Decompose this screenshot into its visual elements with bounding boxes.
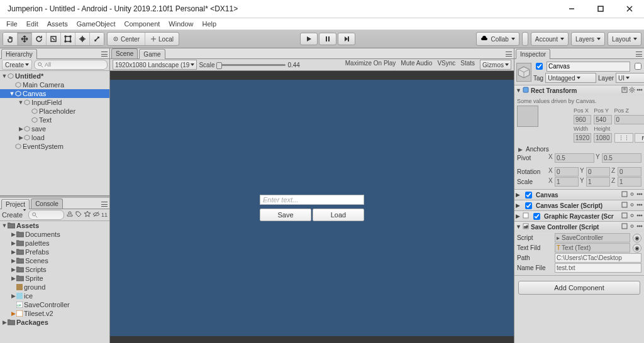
- menu-assets[interactable]: Assets: [43, 19, 72, 28]
- project-folder-palettes[interactable]: ▶palettes: [0, 239, 109, 248]
- raw-edit-button[interactable]: R: [635, 133, 645, 143]
- hidden-package-icon[interactable]: [92, 210, 100, 219]
- hierarchy-item-canvas[interactable]: ▼Canvas: [0, 89, 109, 98]
- project-folder-sprite[interactable]: ▶Sprite: [0, 274, 109, 283]
- project-folder-scripts[interactable]: ▶Scripts: [0, 265, 109, 274]
- hierarchy-create-dropdown[interactable]: Create: [2, 60, 32, 70]
- component-menu-icon[interactable]: [636, 202, 643, 209]
- play-button[interactable]: [300, 33, 318, 45]
- window-close-button[interactable]: [615, 0, 644, 18]
- game-save-button[interactable]: Save: [260, 209, 311, 221]
- script-picker[interactable]: ◉: [633, 234, 641, 242]
- rect-transform-foldout[interactable]: ▼: [516, 87, 521, 94]
- game-options-button[interactable]: [504, 50, 514, 58]
- scaler-enable-checkbox[interactable]: [525, 202, 532, 209]
- component-menu-icon[interactable]: [636, 223, 643, 231]
- menu-component[interactable]: Component: [119, 19, 164, 28]
- tab-inspector[interactable]: Inspector: [516, 49, 550, 59]
- scaler-foldout[interactable]: ▶: [516, 202, 521, 209]
- anchor-preset-button[interactable]: [517, 106, 538, 127]
- rot-y[interactable]: 0: [586, 167, 610, 177]
- tag-dropdown[interactable]: Untagged: [545, 73, 596, 83]
- component-menu-icon[interactable]: [636, 191, 643, 199]
- menu-window[interactable]: Window: [164, 19, 197, 28]
- menu-edit[interactable]: Edit: [22, 19, 43, 28]
- rect-tool-button[interactable]: [61, 33, 75, 45]
- anchors-foldout[interactable]: ▶: [517, 146, 523, 153]
- path-field[interactable]: C:\Users\CTac\Desktop: [555, 253, 641, 263]
- game-load-button[interactable]: Load: [313, 209, 364, 221]
- blueprint-mode-button[interactable]: ⋮⋮: [614, 133, 633, 143]
- project-folder-prefabs[interactable]: ▶Prefabs: [0, 248, 109, 256]
- pivot-toggle[interactable]: Center Local: [107, 32, 179, 46]
- gizmos-dropdown[interactable]: Gizmos: [480, 60, 511, 70]
- save-search-icon[interactable]: [84, 210, 91, 219]
- layout-dropdown[interactable]: Layout: [608, 32, 641, 46]
- project-item-tileset[interactable]: ▶Tileset.v2: [0, 309, 109, 318]
- scale-y[interactable]: 1: [586, 177, 610, 187]
- gameobject-name-input[interactable]: [547, 62, 630, 72]
- project-item-savecontroller[interactable]: c#SaveController: [0, 300, 109, 309]
- project-folder-scenes[interactable]: ▶Scenes: [0, 256, 109, 265]
- pivot-y[interactable]: 0.5: [602, 153, 641, 163]
- hierarchy-item-inputfield[interactable]: ▼InputField: [0, 98, 109, 107]
- posx-field[interactable]: 960: [574, 115, 591, 124]
- filter-by-label-icon[interactable]: [75, 210, 82, 219]
- component-help-icon[interactable]: [621, 212, 628, 220]
- layers-dropdown[interactable]: Layers: [571, 32, 605, 46]
- script-field[interactable]: ▸SaveController: [555, 233, 630, 242]
- pivot-x[interactable]: 0.5: [555, 153, 594, 163]
- canvas-enable-checkbox[interactable]: [525, 192, 532, 199]
- hierarchy-item-placeholder[interactable]: Placeholder: [0, 107, 109, 116]
- hierarchy-search-input[interactable]: All: [34, 60, 108, 70]
- collab-dropdown[interactable]: Collab: [476, 32, 519, 46]
- posy-field[interactable]: 540: [594, 115, 611, 124]
- textfild-picker[interactable]: ◉: [633, 244, 641, 253]
- project-search-input[interactable]: [28, 210, 64, 220]
- project-packages[interactable]: ▶Packages: [0, 318, 109, 327]
- height-field[interactable]: 1080: [594, 133, 611, 143]
- game-view[interactable]: Enter text... Save Load: [110, 71, 514, 343]
- stats-toggle[interactable]: Stats: [460, 60, 475, 70]
- resolution-dropdown[interactable]: 1920x1080 Landscape (19: [113, 60, 197, 70]
- hierarchy-item-save[interactable]: ▶save: [0, 124, 109, 133]
- hierarchy-item-text[interactable]: Text: [0, 116, 109, 124]
- component-settings-icon[interactable]: [629, 202, 635, 209]
- add-component-button[interactable]: Add Component: [518, 281, 640, 295]
- rot-z[interactable]: 0: [618, 167, 641, 177]
- project-folder-documents[interactable]: ▶Documents: [0, 230, 109, 239]
- textfild-field[interactable]: TText (Text): [555, 243, 630, 253]
- active-toggle[interactable]: [536, 63, 543, 70]
- maximize-on-play-toggle[interactable]: Maximize On Play: [345, 60, 396, 70]
- posz-field[interactable]: 0: [614, 115, 645, 124]
- savectrl-foldout[interactable]: ▼: [516, 224, 521, 230]
- project-assets[interactable]: ▼Assets: [0, 221, 109, 230]
- tab-hierarchy[interactable]: Hierarchy: [1, 49, 37, 59]
- game-input-field[interactable]: Enter text...: [260, 195, 364, 205]
- hierarchy-item-maincamera[interactable]: Main Camera: [0, 80, 109, 89]
- rot-x[interactable]: 0: [555, 167, 579, 177]
- filter-by-type-icon[interactable]: [66, 210, 74, 219]
- menu-gameobject[interactable]: GameObject: [72, 19, 120, 28]
- project-item-ground[interactable]: ground: [0, 283, 109, 291]
- raycaster-foldout[interactable]: ▶: [516, 213, 521, 219]
- component-settings-icon[interactable]: [629, 223, 635, 231]
- project-item-ice[interactable]: ▶ice: [0, 291, 109, 300]
- tab-project[interactable]: Project: [1, 199, 30, 209]
- mute-audio-toggle[interactable]: Mute Audio: [401, 60, 432, 70]
- scale-slider[interactable]: [216, 64, 286, 66]
- menu-file[interactable]: File: [2, 19, 22, 28]
- scale-z[interactable]: 1: [618, 177, 641, 187]
- hand-tool-button[interactable]: [3, 33, 18, 45]
- component-help-icon[interactable]: [621, 223, 628, 231]
- tab-scene[interactable]: Scene: [111, 48, 138, 58]
- move-tool-button[interactable]: [18, 33, 32, 45]
- layer-dropdown[interactable]: UI: [616, 73, 644, 83]
- hierarchy-item-eventsystem[interactable]: EventSystem: [0, 142, 109, 151]
- component-help-icon[interactable]: [621, 191, 628, 199]
- component-settings-icon[interactable]: [629, 212, 635, 220]
- scale-tool-button[interactable]: [47, 33, 61, 45]
- namefile-field[interactable]: test.txt: [555, 263, 641, 273]
- scale-x[interactable]: 1: [555, 177, 579, 187]
- canvas-foldout[interactable]: ▶: [516, 192, 521, 198]
